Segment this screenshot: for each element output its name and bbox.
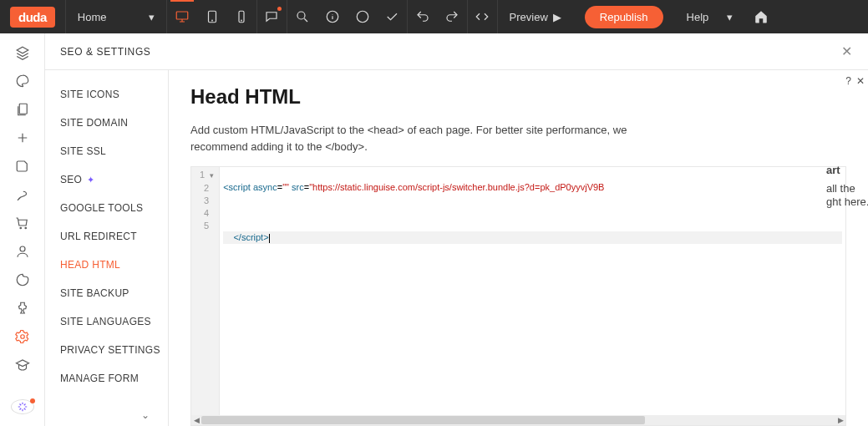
nav-site-backup[interactable]: SITE BACKUP (45, 279, 168, 307)
close-x-icon[interactable]: ✕ (856, 75, 865, 87)
page-description: Add custom HTML/JavaScript to the <head>… (190, 122, 658, 155)
rail-ecommerce-icon[interactable] (13, 216, 32, 231)
rail-personalize-icon[interactable] (13, 187, 32, 202)
nav-url-redirect[interactable]: URL REDIRECT (45, 222, 168, 251)
content-area: Head HTML Add custom HTML/JavaScript to … (169, 70, 868, 426)
nav-manage-form[interactable]: MANAGE FORM (45, 364, 168, 393)
text-cursor (269, 234, 270, 243)
scroll-left-icon[interactable]: ◀ (191, 416, 201, 424)
logo-duda: duda (10, 7, 55, 28)
rail-pages-icon[interactable] (13, 102, 32, 117)
nav-head-html[interactable]: HEAD HTML (45, 251, 168, 279)
help-chat-icon[interactable] (348, 0, 378, 33)
rail-content-icon[interactable] (13, 159, 32, 174)
chevron-down-icon: ▾ (727, 11, 733, 23)
nav-seo[interactable]: SEO✦ (45, 165, 168, 194)
nav-site-icons[interactable]: SITE ICONS (45, 80, 168, 109)
play-icon: ▶ (553, 11, 561, 23)
rail-apps-icon[interactable] (13, 301, 32, 316)
search-icon[interactable] (287, 0, 317, 33)
panel-extra-controls: ? ✕ (845, 75, 865, 87)
nav-site-domain[interactable]: SITE DOMAIN (45, 109, 168, 137)
svg-point-4 (241, 20, 242, 21)
svg-point-5 (297, 12, 305, 19)
left-icon-rail (0, 33, 45, 426)
nav-privacy-settings[interactable]: PRIVACY SETTINGS (45, 336, 168, 364)
tablet-view-icon[interactable] (197, 0, 227, 33)
settings-sidenav: SITE ICONS SITE DOMAIN SITE SSL SEO✦ GOO… (45, 70, 169, 426)
help-question-icon[interactable]: ? (845, 75, 851, 87)
sparkle-icon: ✦ (87, 175, 94, 185)
settings-panel: ? ✕ SEO & SETTINGS ✕ SITE ICONS SITE DOM… (45, 33, 868, 426)
main-area: ? ✕ SEO & SETTINGS ✕ SITE ICONS SITE DOM… (0, 33, 868, 426)
nav-google-tools[interactable]: GOOGLE TOOLS (45, 194, 168, 222)
help-menu[interactable]: Help ▾ (675, 0, 745, 33)
nav-site-languages[interactable]: SITE LANGUAGES (45, 307, 168, 336)
editor-code[interactable]: <script async="" src="https://static.lin… (220, 167, 845, 415)
svg-point-9 (20, 227, 22, 229)
svg-point-12 (20, 335, 24, 339)
home-icon[interactable] (744, 0, 778, 33)
rail-blog-icon[interactable] (13, 272, 32, 287)
scroll-thumb[interactable] (201, 416, 645, 424)
svg-point-10 (25, 227, 27, 229)
rail-membership-icon[interactable] (13, 244, 32, 259)
nav-site-ssl[interactable]: SITE SSL (45, 137, 168, 165)
fold-icon[interactable]: ▾ (207, 170, 214, 182)
undo-icon[interactable] (408, 0, 438, 33)
panel-body: SITE ICONS SITE DOMAIN SITE SSL SEO✦ GOO… (45, 70, 868, 426)
rail-layers-icon[interactable] (13, 45, 32, 60)
redo-icon[interactable] (438, 0, 468, 33)
page-selector[interactable]: Home ▾ (65, 0, 167, 33)
scroll-right-icon[interactable]: ▶ (835, 416, 845, 424)
scroll-down-chevron-icon[interactable]: ⌄ (141, 409, 150, 421)
rail-theme-icon[interactable] (13, 74, 32, 89)
panel-title: SEO & SETTINGS (60, 46, 150, 58)
page-heading: Head HTML (190, 85, 846, 109)
rail-education-icon[interactable] (13, 358, 32, 373)
desktop-view-icon[interactable] (167, 0, 197, 33)
chevron-down-icon: ▾ (149, 11, 155, 23)
comments-icon[interactable] (257, 0, 287, 33)
editor-gutter: 1 ▾ 2 3 4 5 (191, 167, 220, 415)
close-icon[interactable]: ✕ (841, 43, 853, 59)
republish-button[interactable]: Republish (585, 6, 663, 28)
code-editor[interactable]: 1 ▾ 2 3 4 5 <script async="" src="https:… (190, 166, 846, 426)
svg-point-2 (211, 20, 212, 21)
top-bar: duda Home ▾ Preview ▶ Republish Help ▾ (0, 0, 868, 33)
preview-label: Preview (510, 11, 548, 23)
svg-rect-8 (19, 104, 27, 114)
page-selector-label: Home (78, 11, 107, 23)
panel-header: SEO & SETTINGS ✕ (45, 33, 868, 70)
editor-horizontal-scrollbar[interactable]: ◀ ▶ (191, 415, 845, 425)
info-icon[interactable] (317, 0, 348, 33)
svg-point-11 (20, 246, 25, 251)
mobile-view-icon[interactable] (227, 0, 257, 33)
notification-dot (277, 7, 282, 11)
checkmark-icon[interactable] (378, 0, 408, 33)
help-label: Help (687, 11, 709, 23)
rail-settings-icon[interactable] (13, 329, 32, 344)
ai-sparkle-button[interactable] (11, 399, 34, 414)
preview-button[interactable]: Preview ▶ (498, 0, 573, 33)
svg-rect-0 (176, 12, 188, 19)
dev-mode-icon[interactable] (468, 0, 498, 33)
rail-add-icon[interactable] (13, 130, 32, 145)
